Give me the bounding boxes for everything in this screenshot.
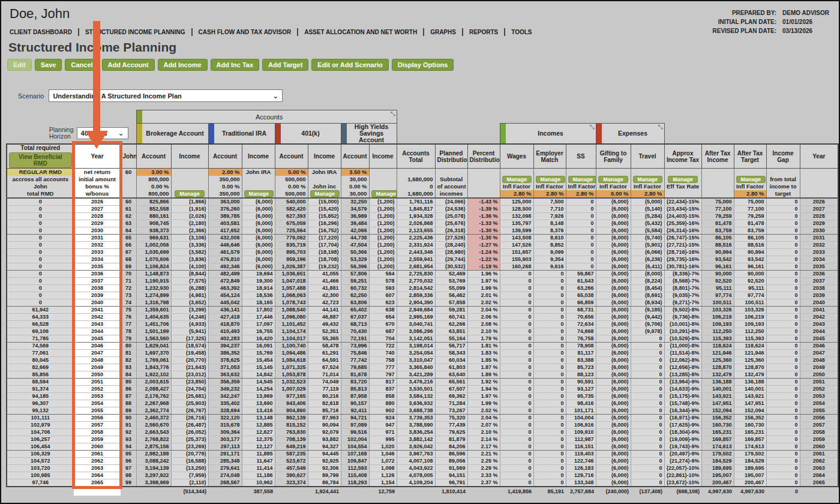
view-beneficial-rmd-button[interactable]: View Beneficial RMD — [9, 152, 72, 168]
income-gap-cell: 0 — [766, 335, 800, 343]
add-account-button[interactable]: Add Account — [102, 59, 155, 71]
brokerage-account-cell: 3,194,139 — [136, 465, 171, 472]
brokerage-account-cell: 1,359,601 — [136, 307, 171, 314]
wages-cell: 0 — [500, 479, 533, 487]
planned-distribution-cell: 58,343 — [435, 350, 467, 357]
john-age-cell: 75 — [121, 307, 136, 314]
nav-graphs[interactable]: GRAPHS — [430, 29, 456, 35]
traditional-ira-account-cell: 378,625 — [208, 357, 242, 364]
manage-button[interactable]: Manage — [568, 176, 596, 183]
edit-button[interactable]: Edit — [7, 59, 32, 71]
nav-divider — [423, 28, 424, 36]
nav-cash-flow-tax-advisor[interactable]: CASH FLOW AND TAX ADVISOR — [199, 29, 292, 35]
traditional-ira-income-cell: 17,446 — [242, 314, 275, 321]
manage-button[interactable]: Manage — [536, 176, 566, 183]
total-required-cell: 0 — [7, 213, 74, 220]
setup-row: accross all accountsinitial amount800,00… — [7, 176, 838, 183]
nav-asset-allocation-net-worth[interactable]: ASSET ALLOCATION AND NET WORTH — [304, 29, 417, 35]
wages-cell: 132,098 — [500, 213, 533, 220]
after-tax-target-cell: 106,219 — [734, 314, 766, 321]
approx-income-tax-cell: (19,009)-9% — [664, 436, 701, 443]
brokerage-account-cell: 1,843,776 — [136, 364, 171, 371]
collapse-accounts-icon[interactable]: ⤡ — [391, 110, 395, 118]
save-button[interactable]: Save — [35, 59, 62, 71]
year-right-cell: 2033 — [800, 249, 838, 256]
travel-cell: (9,978) — [631, 328, 664, 335]
manage-button[interactable]: Manage — [244, 190, 274, 197]
approx-income-tax-cell: (23,434)-15% — [664, 206, 701, 213]
travel-cell — [631, 169, 664, 176]
scenario-select[interactable]: Understanding A Structured Income Plan ⌄ — [49, 89, 283, 102]
401k-income-cell: 42,300 — [308, 292, 341, 299]
traditional-ira-income-cell: 17,097 — [242, 321, 275, 328]
initial-plan-date-value: 01/01/2026 — [782, 19, 829, 25]
manage-button[interactable]: Manage — [598, 176, 628, 183]
ss-cell: 122,746 — [566, 458, 596, 465]
collapse-incomes-icon[interactable]: ⤡ — [590, 124, 595, 130]
after-tax-income-cell: 118,624 — [701, 343, 734, 350]
ss-cell — [566, 169, 596, 176]
edit-or-add-scenario-button[interactable]: Edit or Add Scenario — [311, 59, 388, 71]
approx-income-tax-cell: (30,781)-16% — [664, 263, 701, 271]
wages-cell: 0 — [500, 443, 533, 451]
manage-button[interactable]: Manage — [310, 190, 340, 197]
income-gap-cell: 0 — [766, 328, 800, 335]
display-options-button[interactable]: Display Options — [392, 59, 454, 71]
nav-reports[interactable]: REPORTS — [469, 29, 498, 35]
approx-income-tax-cell — [664, 190, 701, 198]
hys-account-col-header: Account — [341, 144, 369, 169]
planned-distribution-cell: 52,469 — [435, 271, 467, 278]
income-gap-cell: 0 — [766, 227, 800, 235]
traditional-ira-account-cell: 2.00 % — [208, 169, 242, 176]
approx-income-tax-cell: (10,529)-8% — [664, 335, 701, 343]
employer-match-cell: 0 — [533, 335, 566, 343]
planning-horizon-select[interactable]: 40 years ⌄ — [77, 127, 128, 139]
traditional-ira-account-cell: 418,870 — [208, 321, 242, 328]
percent-distribution-cell: -1.30 % — [467, 235, 500, 242]
manage-button[interactable]: Manage — [371, 190, 397, 197]
add-inc-tax-button[interactable]: Add Inc Tax — [211, 59, 260, 71]
hys-income-cell: 902 — [369, 407, 397, 415]
total-required-cell: 106,257 — [7, 436, 74, 443]
traditional-ira-account-cell: 350,000 — [208, 190, 242, 198]
manage-button[interactable]: Manage — [633, 176, 663, 183]
approx-income-tax-cell: (15,175)-9% — [664, 393, 701, 400]
table-row: 106,2572059932,768,822(25,373)303,17712,… — [7, 436, 838, 443]
travel-header: Travel — [631, 144, 664, 169]
wages-cell: 0 — [500, 429, 533, 436]
after-tax-income-cell: 179,502 — [701, 451, 734, 458]
brokerage-account-cell: 2,768,822 — [136, 436, 171, 443]
employer-match-cell: 0 — [533, 415, 566, 422]
total-required-cell: 0 — [7, 242, 74, 249]
manage-button[interactable]: Manage — [175, 190, 205, 197]
nav-client-dashboard[interactable]: CLIENT DASHBOARD — [10, 29, 72, 35]
travel-cell: 0 — [631, 407, 664, 415]
wages-cell: Infl Factor — [500, 183, 533, 190]
401k-account-cell: 725,564 — [275, 227, 308, 235]
year-left-cell: 2063 — [74, 465, 121, 472]
manage-button[interactable]: Manage — [736, 176, 766, 183]
collapse-expenses-icon[interactable]: ⤡ — [658, 124, 663, 130]
manage-button[interactable]: Manage — [502, 176, 532, 183]
401k-account-col-header: Account — [275, 144, 308, 169]
travel-cell: (8,224) — [631, 278, 664, 285]
travel-cell: 0 — [631, 479, 664, 487]
hys-account-cell: 73,996 — [341, 343, 369, 350]
gifting-to-family-cell: (6,000) — [596, 321, 631, 328]
nav-structured-income-planning[interactable]: STRUCTURED INCOME PLANNING — [85, 29, 185, 35]
nav-tools[interactable]: TOOLS — [511, 29, 532, 35]
year-right-cell: 2029 — [800, 220, 838, 227]
cancel-button[interactable]: Cancel — [65, 59, 98, 71]
add-target-button[interactable]: Add Target — [262, 59, 308, 71]
percent-distribution-cell: 1.92 % — [467, 379, 500, 386]
year-left-cell: 2050 — [74, 371, 121, 379]
hys-income-cell: 623 — [369, 299, 397, 307]
table-row: 0202761852,558(1,916)376,260(6,000)582,4… — [7, 206, 838, 213]
year-left-cell: 2056 — [74, 415, 121, 422]
brokerage-income-cell: (18,574) — [171, 343, 208, 350]
after-tax-income-cell: 160,730 — [701, 422, 734, 429]
add-income-button[interactable]: Add Income — [158, 59, 208, 71]
manage-button[interactable]: Manage — [668, 176, 698, 183]
after-tax-target-cell: 81,478 — [734, 220, 766, 227]
traditional-ira-income-cell: 14,254 — [242, 386, 275, 393]
